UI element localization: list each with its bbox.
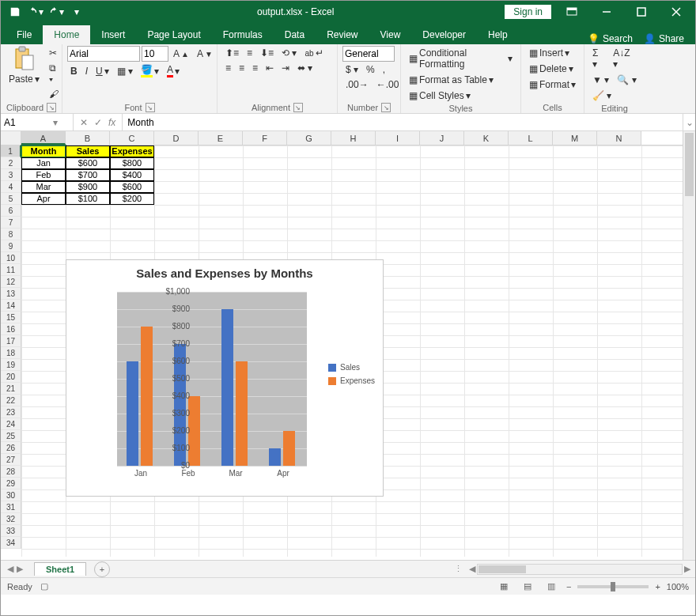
col-header[interactable]: M xyxy=(553,131,597,145)
italic-button[interactable]: I xyxy=(82,64,91,78)
align-bottom-icon[interactable]: ⬇≡ xyxy=(257,46,277,60)
align-right-icon[interactable]: ≡ xyxy=(249,61,261,75)
row-header[interactable]: 9 xyxy=(1,240,21,252)
format-cells-button[interactable]: ▦ Format ▾ xyxy=(526,77,579,92)
tell-me[interactable]: 💡Search xyxy=(588,33,633,44)
header-cell[interactable]: Expenses xyxy=(110,145,154,157)
paste-button[interactable]: Paste ▾ xyxy=(6,72,43,86)
row-header[interactable]: 29 xyxy=(1,478,21,489)
increase-indent-icon[interactable]: ⇥ xyxy=(278,61,293,75)
sheet-nav-next-icon[interactable]: ▶ xyxy=(17,564,23,574)
shrink-font-icon[interactable]: A▼ xyxy=(194,47,216,61)
maximize-icon[interactable] xyxy=(627,1,656,23)
col-header[interactable]: I xyxy=(376,131,420,145)
col-header[interactable]: A xyxy=(21,131,66,145)
row-header[interactable]: 11 xyxy=(1,264,21,276)
row-header[interactable]: 30 xyxy=(1,489,21,501)
row-header[interactable]: 26 xyxy=(1,442,21,454)
col-header[interactable]: H xyxy=(331,131,376,145)
col-header[interactable]: E xyxy=(199,131,243,145)
col-header[interactable]: J xyxy=(420,131,464,145)
redo-icon[interactable]: ▾ xyxy=(47,3,66,21)
row-header[interactable]: 14 xyxy=(1,300,21,312)
row-header[interactable]: 25 xyxy=(1,430,21,442)
row-header[interactable]: 22 xyxy=(1,395,21,406)
number-format-combo[interactable] xyxy=(342,46,395,62)
row-header[interactable]: 12 xyxy=(1,276,21,288)
header-cell[interactable]: Sales xyxy=(66,145,110,157)
data-cell[interactable]: $600 xyxy=(66,157,110,169)
clipboard-launcher-icon[interactable]: ↘ xyxy=(47,103,56,112)
row-header[interactable]: 6 xyxy=(1,205,21,217)
font-launcher-icon[interactable]: ↘ xyxy=(146,103,155,112)
tab-file[interactable]: File xyxy=(6,25,43,44)
row-header[interactable]: 3 xyxy=(1,169,21,181)
find-select-icon[interactable]: 🔍 ▾ xyxy=(614,73,639,87)
underline-button[interactable]: U ▾ xyxy=(93,64,112,78)
format-as-table-button[interactable]: ▦ Format as Table ▾ xyxy=(406,73,497,87)
data-cell[interactable]: $800 xyxy=(110,157,154,169)
comma-icon[interactable]: , xyxy=(380,62,388,77)
minimize-icon[interactable] xyxy=(592,1,621,23)
cancel-formula-icon[interactable]: ✕ xyxy=(80,117,88,128)
cell-styles-button[interactable]: ▦ Cell Styles ▾ xyxy=(406,89,474,103)
tab-view[interactable]: View xyxy=(369,25,412,44)
row-header[interactable]: 20 xyxy=(1,371,21,383)
enter-formula-icon[interactable]: ✓ xyxy=(94,117,102,128)
font-color-icon[interactable]: A ▾ xyxy=(164,62,183,79)
row-header[interactable]: 10 xyxy=(1,252,21,264)
row-header[interactable]: 19 xyxy=(1,359,21,371)
tab-page-layout[interactable]: Page Layout xyxy=(136,25,211,44)
row-header[interactable]: 5 xyxy=(1,193,21,205)
save-icon[interactable] xyxy=(6,3,25,21)
align-left-icon[interactable]: ≡ xyxy=(222,61,234,75)
macro-record-icon[interactable]: ▢ xyxy=(40,581,48,591)
merge-center-icon[interactable]: ⬌ ▾ xyxy=(294,61,316,75)
worksheet[interactable]: ABCDEFGHIJKLMN 1234567891011121314151617… xyxy=(1,131,695,560)
tab-developer[interactable]: Developer xyxy=(411,25,477,44)
decrease-indent-icon[interactable]: ⇤ xyxy=(263,61,277,75)
qat-customize-icon[interactable]: ▾ xyxy=(67,3,86,21)
formula-input[interactable] xyxy=(127,117,678,128)
share-button[interactable]: 👤Share xyxy=(644,33,684,44)
fill-color-icon[interactable]: 🪣 ▾ xyxy=(138,62,162,79)
normal-view-icon[interactable]: ▦ xyxy=(495,580,513,594)
tab-home[interactable]: Home xyxy=(43,25,90,44)
data-cell[interactable]: $200 xyxy=(110,193,154,205)
alignment-launcher-icon[interactable]: ↘ xyxy=(293,103,303,112)
select-all-triangle[interactable] xyxy=(1,131,21,145)
row-header[interactable]: 34 xyxy=(1,537,21,549)
sort-filter-icon[interactable]: A↓Z ▾ xyxy=(610,46,640,71)
wrap-text-icon[interactable]: ab↵ xyxy=(301,46,326,60)
row-header[interactable]: 23 xyxy=(1,406,21,418)
data-cell[interactable]: $700 xyxy=(66,169,110,181)
col-header[interactable]: D xyxy=(154,131,199,145)
col-header[interactable]: L xyxy=(509,131,553,145)
fx-icon[interactable]: fx xyxy=(108,117,115,128)
format-painter-icon[interactable]: 🖌 xyxy=(46,87,62,101)
accounting-icon[interactable]: $ ▾ xyxy=(342,62,361,77)
zoom-in-icon[interactable]: + xyxy=(655,582,660,591)
tab-review[interactable]: Review xyxy=(316,25,369,44)
row-header[interactable]: 8 xyxy=(1,229,21,240)
row-header[interactable]: 27 xyxy=(1,454,21,466)
col-header[interactable]: G xyxy=(287,131,331,145)
row-header[interactable]: 18 xyxy=(1,347,21,359)
data-cell[interactable]: $900 xyxy=(66,181,110,193)
col-header[interactable]: C xyxy=(110,131,154,145)
row-header[interactable]: 13 xyxy=(1,288,21,300)
font-size-combo[interactable] xyxy=(142,46,168,62)
name-box-input[interactable] xyxy=(4,117,50,128)
row-header[interactable]: 24 xyxy=(1,418,21,430)
insert-cells-button[interactable]: ▦ Insert ▾ xyxy=(526,46,573,60)
paste-icon[interactable] xyxy=(13,46,35,71)
bold-button[interactable]: B xyxy=(67,64,81,78)
data-cell[interactable]: $600 xyxy=(110,181,154,193)
horizontal-scrollbar[interactable] xyxy=(477,564,683,575)
name-box[interactable]: ▾ xyxy=(1,114,74,130)
formula-expand-icon[interactable]: ⌄ xyxy=(683,114,695,130)
zoom-level[interactable]: 100% xyxy=(667,582,689,591)
autosum-icon[interactable]: Σ ▾ xyxy=(589,46,608,71)
cut-icon[interactable]: ✂ xyxy=(46,46,62,60)
orientation-icon[interactable]: ⟲ ▾ xyxy=(278,46,300,60)
